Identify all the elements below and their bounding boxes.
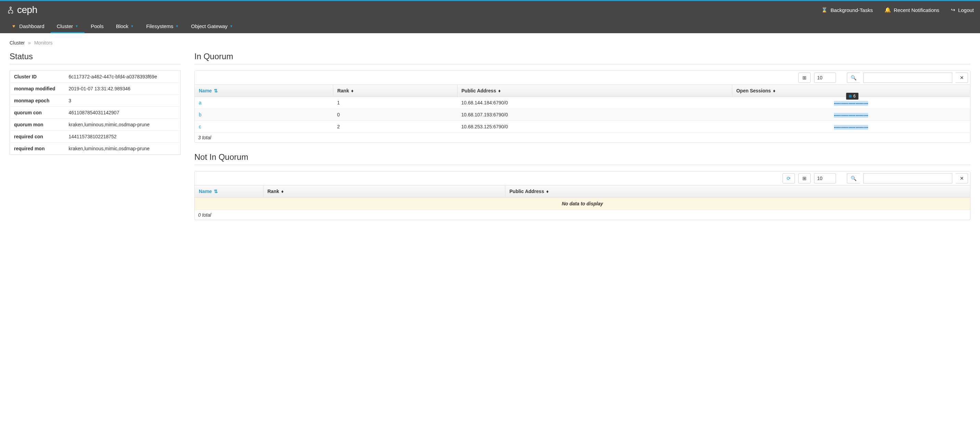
bell-icon: 🔔 <box>885 7 891 13</box>
mon-addr: 10.68.144.184:6790/0 <box>457 97 732 109</box>
nav-pools-label: Pools <box>91 23 104 29</box>
status-row: quorum con4611087854031142907 <box>10 107 181 119</box>
columns-button[interactable]: ⊞ <box>798 173 811 183</box>
status-key: required con <box>10 131 65 143</box>
breadcrumb-root[interactable]: Cluster <box>10 40 25 46</box>
close-icon: ✕ <box>960 75 964 80</box>
nav-dashboard[interactable]: ♥ Dashboard <box>6 19 51 33</box>
logout-label: Logout <box>958 7 974 13</box>
col-name[interactable]: Name⇅ <box>195 185 263 198</box>
nav-dashboard-label: Dashboard <box>19 23 44 29</box>
breadcrumb-separator: » <box>28 40 31 46</box>
in-quorum-panel: ⊞ 🔍 ✕ Name⇅ Rank♦ Public Address♦ Open S… <box>194 70 970 143</box>
clear-search-button[interactable]: ✕ <box>956 173 968 183</box>
columns-button[interactable]: ⊞ <box>798 73 811 83</box>
not-in-quorum-panel: ⟳ ⊞ 🔍 ✕ Name⇅ Rank♦ Public Address♦ <box>194 171 970 220</box>
mon-rank: 0 <box>333 109 457 121</box>
col-rank[interactable]: Rank♦ <box>333 85 457 97</box>
col-name[interactable]: Name⇅ <box>195 85 333 97</box>
mon-sessions-spark <box>732 109 970 121</box>
status-row: monmap modified2019-01-07 13:31:42.98934… <box>10 83 181 95</box>
sort-icon: ♦ <box>546 188 549 194</box>
no-data-row: No data to display <box>195 198 970 210</box>
col-rank[interactable]: Rank♦ <box>263 185 505 198</box>
clear-search-button[interactable]: ✕ <box>956 73 968 83</box>
chevron-down-icon: ▼ <box>75 24 78 28</box>
main-nav: ♥ Dashboard Cluster ▼ Pools Block ▼ File… <box>0 19 980 33</box>
sort-icon: ♦ <box>351 88 353 93</box>
col-addr[interactable]: Public Address♦ <box>505 185 970 198</box>
page-size-input[interactable] <box>814 73 836 83</box>
status-value: 6c117372-a462-447c-bfd4-a0378393f69e <box>65 71 181 83</box>
table-icon: ⊞ <box>802 75 807 80</box>
brand-logo[interactable]: ceph <box>6 5 37 15</box>
background-tasks-label: Background-Tasks <box>830 7 873 13</box>
page-size-input[interactable] <box>814 173 836 183</box>
status-value: kraken,luminous,mimic,osdmap-prune <box>65 143 181 155</box>
not-in-quorum-heading: Not In Quorum <box>194 152 970 165</box>
nav-block[interactable]: Block ▼ <box>110 19 140 33</box>
status-value: 3 <box>65 95 181 107</box>
heartbeat-icon: ♥ <box>12 23 15 29</box>
table-row: a110.68.144.184:6790/06 <box>195 97 970 109</box>
search-icon: 🔍 <box>851 176 856 181</box>
logout-link[interactable]: ↪ Logout <box>951 7 974 13</box>
table-icon: ⊞ <box>802 176 807 181</box>
search-input[interactable] <box>863 73 952 83</box>
notifications-link[interactable]: 🔔 Recent Notifications <box>885 7 939 13</box>
chevron-down-icon: ▼ <box>130 24 134 28</box>
status-row: required con144115738102218752 <box>10 131 181 143</box>
status-key: required mon <box>10 143 65 155</box>
mon-sessions-spark <box>732 121 970 133</box>
mon-name-link[interactable]: b <box>195 109 333 121</box>
status-key: Cluster ID <box>10 71 65 83</box>
in-quorum-table: Name⇅ Rank♦ Public Address♦ Open Session… <box>195 85 970 133</box>
status-row: monmap epoch3 <box>10 95 181 107</box>
mon-rank: 1 <box>333 97 457 109</box>
status-heading: Status <box>10 52 181 64</box>
nav-object-gateway-label: Object Gateway <box>191 23 228 29</box>
status-value: 4611087854031142907 <box>65 107 181 119</box>
brand-text: ceph <box>17 5 37 15</box>
nav-pools[interactable]: Pools <box>84 19 110 33</box>
in-quorum-toolbar: ⊞ 🔍 ✕ <box>195 71 970 85</box>
status-key: monmap modified <box>10 83 65 95</box>
table-row: b010.68.107.193:6790/0 <box>195 109 970 121</box>
header: ceph ⌛ Background-Tasks 🔔 Recent Notific… <box>0 1 980 19</box>
status-key: quorum mon <box>10 119 65 131</box>
status-row: required monkraken,luminous,mimic,osdmap… <box>10 143 181 155</box>
logout-icon: ↪ <box>951 7 955 13</box>
sort-asc-icon: ⇅ <box>214 88 218 93</box>
sort-icon: ♦ <box>281 188 284 194</box>
mon-addr: 10.68.107.193:6790/0 <box>457 109 732 121</box>
hourglass-icon: ⌛ <box>821 7 828 13</box>
nav-filesystems[interactable]: Filesystems ▼ <box>140 19 185 33</box>
status-row: quorum monkraken,luminous,mimic,osdmap-p… <box>10 119 181 131</box>
in-quorum-heading: In Quorum <box>194 52 970 64</box>
sort-icon: ♦ <box>498 88 501 93</box>
nav-cluster[interactable]: Cluster ▼ <box>51 19 84 33</box>
refresh-button[interactable]: ⟳ <box>783 173 795 183</box>
search-input[interactable] <box>863 173 952 183</box>
mon-addr: 10.68.253.125:6790/0 <box>457 121 732 133</box>
mon-name-link[interactable]: a <box>195 97 333 109</box>
ceph-icon <box>6 5 15 14</box>
refresh-icon: ⟳ <box>787 176 791 181</box>
breadcrumb-current: Monitors <box>34 40 53 46</box>
sort-icon: ♦ <box>773 88 775 93</box>
background-tasks-link[interactable]: ⌛ Background-Tasks <box>821 7 873 13</box>
status-value: 144115738102218752 <box>65 131 181 143</box>
status-table: Cluster ID6c117372-a462-447c-bfd4-a03783… <box>10 70 181 155</box>
nav-block-label: Block <box>116 23 129 29</box>
search-button[interactable]: 🔍 <box>847 173 860 183</box>
col-sessions[interactable]: Open Sessions♦ <box>732 85 970 97</box>
not-in-quorum-table: Name⇅ Rank♦ Public Address♦ <box>195 185 970 198</box>
status-value: kraken,luminous,mimic,osdmap-prune <box>65 119 181 131</box>
nav-object-gateway[interactable]: Object Gateway ▼ <box>185 19 239 33</box>
status-value: 2019-01-07 13:31:42.989346 <box>65 83 181 95</box>
search-button[interactable]: 🔍 <box>847 73 860 83</box>
notifications-label: Recent Notifications <box>894 7 939 13</box>
col-addr[interactable]: Public Address♦ <box>457 85 732 97</box>
not-in-quorum-footer: 0 total <box>195 210 970 220</box>
mon-name-link[interactable]: c <box>195 121 333 133</box>
